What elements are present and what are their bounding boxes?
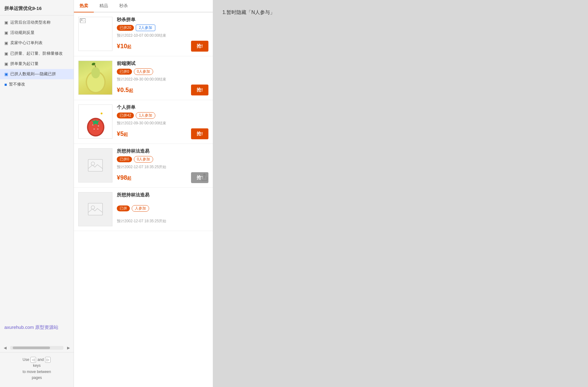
price-suffix-3: 起 bbox=[124, 132, 128, 137]
grab-button-3[interactable]: 抢! bbox=[191, 128, 208, 139]
svg-rect-23 bbox=[88, 203, 103, 215]
tag-participate-1: 2人参加 bbox=[136, 25, 155, 31]
svg-point-11 bbox=[98, 126, 99, 127]
price-suffix-4: 起 bbox=[127, 176, 131, 181]
square-icon: ▣ bbox=[4, 51, 8, 57]
product-price-3: ¥5起 bbox=[117, 130, 128, 137]
sidebar-item-6[interactable]: ▣ 已拼人数规则—-隐藏已拼 bbox=[0, 69, 74, 79]
dot-blue-icon: ■ bbox=[4, 82, 7, 88]
product-card-4: 所想持林法造易 已拼0 0人参加 预计2002-12-07 18:35:25开始… bbox=[74, 144, 213, 188]
product-image-3 bbox=[78, 104, 112, 139]
tag-sold-1: 已拼20 bbox=[117, 25, 134, 31]
product-date-4: 预计2002-12-07 18:35:25开始 bbox=[117, 164, 208, 170]
share-button-4[interactable] bbox=[200, 173, 208, 183]
sidebar-item-label: 已拼量、起订量、阶梯量修改 bbox=[10, 51, 71, 56]
main-area: 热卖 精品 秒杀 bbox=[74, 0, 588, 387]
tag-participate-4: 0人参加 bbox=[134, 156, 153, 163]
tag-participate-5: 人参加 bbox=[132, 205, 149, 212]
product-price-row-4: ¥98起 抢! bbox=[117, 172, 208, 183]
product-info-1: 秒杀拼单 已拼20 2人参加 预计2022-10-07 00:00:00结束 ¥… bbox=[117, 17, 208, 52]
watermark-text: axurehub.com 原型资源站 bbox=[0, 320, 74, 343]
sidebar-item-4[interactable]: ▣ 已拼量、起订量、阶梯量修改 bbox=[0, 48, 74, 59]
sidebar-item-3[interactable]: ▣ 卖家中心订单列表 bbox=[0, 38, 74, 48]
right-panel: 1.暂时隐藏「N人参与」 bbox=[213, 0, 588, 387]
sidebar-item-7[interactable]: ■ 暂不修改 bbox=[0, 79, 74, 90]
product-price-row-3: ¥5起 抢! bbox=[117, 128, 208, 139]
product-price-row-1: ¥10起 抢! bbox=[117, 41, 208, 52]
product-tags-5: 已拼 人参加 bbox=[117, 205, 208, 212]
square-icon: ▣ bbox=[4, 20, 8, 25]
hint-keys-text: keys bbox=[33, 363, 41, 368]
tab-fine-label: 精品 bbox=[99, 3, 108, 8]
bottom-hint: Use ◁ and ▷ keys to move between pages bbox=[0, 352, 74, 387]
sidebar-nav: ▣ 运营后台活动类型名称 ▣ 活动规则反显 ▣ 卖家中心订单列表 ▣ 已拼量、起… bbox=[0, 16, 74, 320]
svg-point-15 bbox=[101, 113, 103, 114]
grab-button-2[interactable]: 抢! bbox=[191, 85, 208, 95]
product-price-1: ¥10起 bbox=[117, 43, 131, 50]
tab-secondary[interactable]: 秒杀 bbox=[114, 0, 134, 12]
hint-pages-text: pages bbox=[32, 375, 42, 380]
hint-to-move-text: to move between bbox=[23, 370, 51, 374]
tag-sold-3: 已拼42 bbox=[117, 113, 134, 118]
svg-point-16 bbox=[101, 109, 103, 113]
product-date-1: 预计2022-10-07 00:00:00结束 bbox=[117, 33, 208, 38]
product-info-5: 所想持林法造易 已拼 人参加 预计2002-12-07 18:35:25开始 bbox=[117, 192, 208, 226]
tag-sold-2: 已拼0 bbox=[117, 69, 132, 75]
sidebar-item-1[interactable]: ▣ 运营后台活动类型名称 bbox=[0, 17, 74, 28]
product-tags-3: 已拼42 1人参加 bbox=[117, 112, 208, 119]
square-icon: ▣ bbox=[4, 61, 8, 67]
hint-and-text: and bbox=[38, 357, 44, 362]
product-card-1: 秒杀拼单 已拼20 2人参加 预计2022-10-07 00:00:00结束 ¥… bbox=[74, 12, 213, 56]
product-panel: 热卖 精品 秒杀 bbox=[74, 0, 213, 387]
broken-image-icon bbox=[80, 18, 85, 23]
scrollbar-thumb bbox=[13, 347, 50, 349]
svg-rect-20 bbox=[88, 159, 103, 171]
product-image-5 bbox=[78, 192, 112, 226]
sidebar-item-label: 卖家中心订单列表 bbox=[10, 40, 71, 46]
horizontal-scrollbar[interactable] bbox=[10, 346, 63, 350]
product-name-2: 前端测试 bbox=[117, 61, 208, 67]
scroll-left-arrow[interactable]: ◀ bbox=[2, 346, 8, 350]
sidebar-item-2[interactable]: ▣ 活动规则反显 bbox=[0, 28, 74, 38]
sidebar: 拼单运营优化9-16 ▣ 运营后台活动类型名称 ▣ 活动规则反显 ▣ 卖家中心订… bbox=[0, 0, 74, 387]
product-tags-4: 已拼0 0人参加 bbox=[117, 156, 208, 163]
tag-participate-3: 1人参加 bbox=[136, 112, 155, 119]
product-name-1: 秒杀拼单 bbox=[117, 17, 208, 23]
square-icon: ▣ bbox=[4, 30, 8, 36]
product-info-4: 所想持林法造易 已拼0 0人参加 预计2002-12-07 18:35:25开始… bbox=[117, 148, 208, 183]
sidebar-title: 拼单运营优化9-16 bbox=[0, 0, 74, 16]
sidebar-item-label: 暂不修改 bbox=[9, 81, 71, 87]
price-suffix-1: 起 bbox=[127, 44, 131, 49]
product-card-5: 所想持林法造易 已拼 人参加 预计2002-12-07 18:35:25开始 bbox=[74, 188, 213, 231]
product-date-3: 预计2022-09-30 00:00:00结束 bbox=[117, 121, 208, 126]
product-name-3: 个人拼单 bbox=[117, 104, 208, 110]
product-name-4: 所想持林法造易 bbox=[117, 148, 208, 154]
scroll-right-arrow[interactable]: ▶ bbox=[66, 346, 71, 350]
tab-hot-label: 热卖 bbox=[80, 3, 88, 8]
product-image-4 bbox=[78, 148, 112, 182]
product-info-3: 个人拼单 已拼42 1人参加 预计2022-09-30 00:00:00结束 ¥… bbox=[117, 104, 208, 139]
svg-point-18 bbox=[98, 113, 101, 114]
svg-point-13 bbox=[97, 129, 98, 130]
product-info-2: 前端测试 已拼0 0人参加 预计2022-09-30 00:00:00结束 ¥0… bbox=[117, 61, 208, 95]
tag-sold-5: 已拼 bbox=[117, 205, 130, 211]
tab-hot[interactable]: 热卖 bbox=[74, 0, 94, 12]
grab-button-1[interactable]: 抢! bbox=[191, 41, 208, 52]
svg-point-19 bbox=[103, 113, 106, 114]
svg-point-17 bbox=[101, 114, 103, 117]
product-price-4: ¥98起 bbox=[117, 174, 131, 181]
tab-fine[interactable]: 精品 bbox=[94, 0, 114, 12]
right-panel-note: 1.暂时隐藏「N人参与」 bbox=[222, 9, 579, 16]
product-card-3: 个人拼单 已拼42 1人参加 预计2022-09-30 00:00:00结束 ¥… bbox=[74, 100, 213, 144]
product-image-1 bbox=[78, 17, 112, 51]
product-price-2: ¥0.5起 bbox=[117, 86, 133, 94]
product-tags-2: 已拼0 0人参加 bbox=[117, 68, 208, 75]
product-date-5: 预计2002-12-07 18:35:25开始 bbox=[117, 219, 208, 224]
svg-point-12 bbox=[93, 129, 95, 130]
sidebar-item-label: 活动规则反显 bbox=[10, 30, 71, 35]
product-tags-1: 已拼20 2人参加 bbox=[117, 25, 208, 31]
tag-sold-4: 已拼0 bbox=[117, 156, 132, 162]
sidebar-item-5[interactable]: ▣ 拼单量为起订量 bbox=[0, 59, 74, 69]
tabs-bar: 热卖 精品 秒杀 bbox=[74, 0, 213, 12]
product-card-2: 前端测试 已拼0 0人参加 预计2022-09-30 00:00:00结束 ¥0… bbox=[74, 56, 213, 100]
